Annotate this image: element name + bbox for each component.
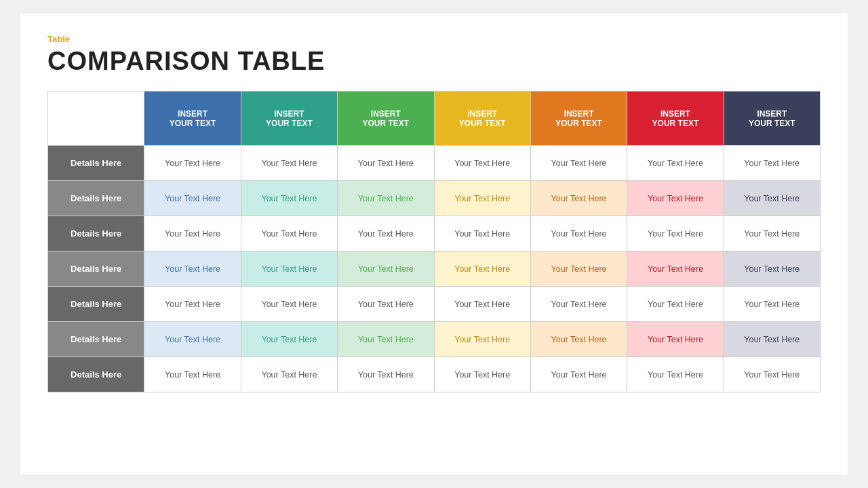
cell-r1-c1[interactable]: Your Text Here bbox=[144, 146, 241, 181]
cell-r6-c2[interactable]: Your Text Here bbox=[241, 322, 337, 357]
slide: Table COMPARISON TABLE INSERT YOUR TEXTI… bbox=[20, 14, 848, 474]
table-row: Details HereYour Text HereYour Text Here… bbox=[48, 146, 821, 181]
header-col-4: INSERT YOUR TEXT bbox=[434, 92, 530, 146]
cell-r3-c2[interactable]: Your Text Here bbox=[241, 216, 337, 251]
cell-r2-c1[interactable]: Your Text Here bbox=[144, 181, 241, 216]
cell-r5-c5[interactable]: Your Text Here bbox=[530, 287, 627, 322]
header-col-1: INSERT YOUR TEXT bbox=[144, 92, 241, 146]
cell-r7-c1[interactable]: Your Text Here bbox=[144, 357, 241, 392]
cell-r1-c5[interactable]: Your Text Here bbox=[530, 146, 627, 181]
cell-r4-c3[interactable]: Your Text Here bbox=[338, 251, 434, 287]
corner-cell bbox=[48, 92, 144, 146]
header-col-3: INSERT YOUR TEXT bbox=[338, 92, 434, 146]
row-header-2[interactable]: Details Here bbox=[48, 181, 144, 216]
slide-title: COMPARISON TABLE bbox=[47, 47, 821, 76]
cell-r1-c2[interactable]: Your Text Here bbox=[241, 146, 337, 181]
cell-r2-c7[interactable]: Your Text Here bbox=[724, 181, 820, 216]
cell-r1-c3[interactable]: Your Text Here bbox=[338, 146, 434, 181]
comparison-table-wrapper: INSERT YOUR TEXTINSERT YOUR TEXTINSERT Y… bbox=[47, 91, 821, 392]
cell-r2-c5[interactable]: Your Text Here bbox=[530, 181, 627, 216]
table-header-row: INSERT YOUR TEXTINSERT YOUR TEXTINSERT Y… bbox=[48, 92, 821, 146]
cell-r3-c1[interactable]: Your Text Here bbox=[144, 216, 241, 251]
row-header-1[interactable]: Details Here bbox=[48, 146, 144, 181]
cell-r7-c4[interactable]: Your Text Here bbox=[434, 357, 530, 392]
table-row: Details HereYour Text HereYour Text Here… bbox=[48, 287, 821, 322]
cell-r7-c7[interactable]: Your Text Here bbox=[724, 357, 820, 392]
comparison-table: INSERT YOUR TEXTINSERT YOUR TEXTINSERT Y… bbox=[47, 91, 821, 392]
cell-r4-c4[interactable]: Your Text Here bbox=[434, 251, 530, 287]
row-header-3[interactable]: Details Here bbox=[48, 216, 144, 251]
cell-r3-c4[interactable]: Your Text Here bbox=[434, 216, 530, 251]
row-header-7[interactable]: Details Here bbox=[48, 357, 144, 392]
cell-r7-c3[interactable]: Your Text Here bbox=[338, 357, 434, 392]
cell-r3-c3[interactable]: Your Text Here bbox=[338, 216, 434, 251]
cell-r6-c3[interactable]: Your Text Here bbox=[338, 322, 434, 357]
cell-r3-c6[interactable]: Your Text Here bbox=[627, 216, 724, 251]
cell-r6-c5[interactable]: Your Text Here bbox=[530, 322, 627, 357]
cell-r4-c2[interactable]: Your Text Here bbox=[241, 251, 337, 287]
cell-r7-c5[interactable]: Your Text Here bbox=[530, 357, 627, 392]
table-row: Details HereYour Text HereYour Text Here… bbox=[48, 357, 821, 392]
table-row: Details HereYour Text HereYour Text Here… bbox=[48, 216, 821, 251]
cell-r6-c6[interactable]: Your Text Here bbox=[627, 322, 724, 357]
cell-r4-c5[interactable]: Your Text Here bbox=[530, 251, 627, 287]
cell-r7-c2[interactable]: Your Text Here bbox=[241, 357, 337, 392]
cell-r5-c7[interactable]: Your Text Here bbox=[724, 287, 820, 322]
cell-r4-c1[interactable]: Your Text Here bbox=[144, 251, 241, 287]
cell-r1-c6[interactable]: Your Text Here bbox=[627, 146, 724, 181]
table-row: Details HereYour Text HereYour Text Here… bbox=[48, 251, 821, 287]
row-header-6[interactable]: Details Here bbox=[48, 322, 144, 357]
cell-r3-c5[interactable]: Your Text Here bbox=[530, 216, 627, 251]
cell-r6-c4[interactable]: Your Text Here bbox=[434, 322, 530, 357]
table-row: Details HereYour Text HereYour Text Here… bbox=[48, 322, 821, 357]
cell-r6-c7[interactable]: Your Text Here bbox=[724, 322, 820, 357]
row-header-5[interactable]: Details Here bbox=[48, 287, 144, 322]
row-header-4[interactable]: Details Here bbox=[48, 251, 144, 287]
cell-r6-c1[interactable]: Your Text Here bbox=[144, 322, 241, 357]
cell-r5-c2[interactable]: Your Text Here bbox=[241, 287, 337, 322]
header-col-6: INSERT YOUR TEXT bbox=[627, 92, 724, 146]
header-col-7: INSERT YOUR TEXT bbox=[724, 92, 820, 146]
header-col-5: INSERT YOUR TEXT bbox=[530, 92, 627, 146]
cell-r2-c2[interactable]: Your Text Here bbox=[241, 181, 337, 216]
cell-r5-c4[interactable]: Your Text Here bbox=[434, 287, 530, 322]
table-body: Details HereYour Text HereYour Text Here… bbox=[48, 146, 821, 392]
cell-r5-c1[interactable]: Your Text Here bbox=[144, 287, 241, 322]
cell-r1-c4[interactable]: Your Text Here bbox=[434, 146, 530, 181]
cell-r4-c6[interactable]: Your Text Here bbox=[627, 251, 724, 287]
cell-r4-c7[interactable]: Your Text Here bbox=[724, 251, 820, 287]
table-row: Details HereYour Text HereYour Text Here… bbox=[48, 181, 821, 216]
cell-r2-c6[interactable]: Your Text Here bbox=[627, 181, 724, 216]
cell-r5-c3[interactable]: Your Text Here bbox=[338, 287, 434, 322]
header-col-2: INSERT YOUR TEXT bbox=[241, 92, 337, 146]
cell-r7-c6[interactable]: Your Text Here bbox=[627, 357, 724, 392]
cell-r2-c3[interactable]: Your Text Here bbox=[338, 181, 434, 216]
cell-r2-c4[interactable]: Your Text Here bbox=[434, 181, 530, 216]
cell-r1-c7[interactable]: Your Text Here bbox=[724, 146, 820, 181]
cell-r5-c6[interactable]: Your Text Here bbox=[627, 287, 724, 322]
slide-tag: Table bbox=[47, 34, 821, 44]
cell-r3-c7[interactable]: Your Text Here bbox=[724, 216, 820, 251]
